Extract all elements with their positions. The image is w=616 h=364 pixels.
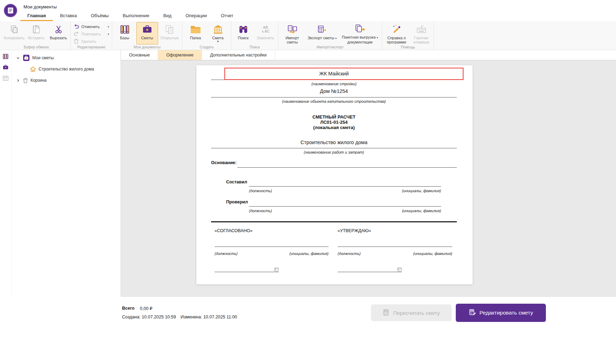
tab-oformlenie[interactable]: Оформление bbox=[158, 50, 202, 60]
redo-button[interactable]: Повторить ▾ bbox=[72, 31, 110, 37]
tree-item-construction[interactable]: Строительство жилого дома bbox=[12, 63, 121, 75]
copy-icon bbox=[9, 23, 19, 35]
briefcase-icon bbox=[2, 64, 9, 70]
calendar-icon[interactable] bbox=[397, 267, 402, 272]
trash-icon bbox=[23, 77, 28, 83]
agreed-label: «СОГЛАСОВАНО» bbox=[215, 228, 252, 233]
position-caption: (должность) bbox=[338, 251, 361, 256]
composed-field-line[interactable] bbox=[249, 186, 441, 187]
tree-item-label: Корзина bbox=[31, 78, 47, 83]
object-name-field[interactable]: Дом №1254 bbox=[211, 88, 457, 94]
caret-down-icon[interactable]: ▾ bbox=[377, 36, 378, 39]
help-about-button[interactable]: Справка о программе bbox=[384, 22, 409, 45]
group-import-export: Импорт сметы Экспорт сметы▾ Пакетная выг… bbox=[278, 21, 382, 50]
estimates-button[interactable]: Сметы bbox=[136, 22, 158, 45]
group-label-clipboard: Буфер обмена bbox=[2, 45, 70, 49]
export-icon bbox=[317, 23, 327, 35]
caret-down-icon[interactable]: ▾ bbox=[335, 37, 337, 40]
tab-operacii[interactable]: Операции bbox=[178, 11, 214, 21]
tab-osnovnye[interactable]: Основные bbox=[121, 50, 158, 60]
edit-calculator-icon bbox=[469, 309, 476, 317]
redo-icon bbox=[74, 31, 79, 37]
document-tab-strip: Основные Оформление Дополнительные настр… bbox=[121, 50, 616, 60]
bases-books-icon bbox=[120, 23, 130, 35]
keyboard-icon bbox=[416, 23, 427, 35]
opened-button[interactable]: Открытые bbox=[159, 22, 181, 45]
created-timestamp: Создана: 10.07.2025 10:59 bbox=[122, 315, 176, 319]
checked-label: Проверил bbox=[226, 200, 248, 204]
create-folder-button[interactable]: Папка bbox=[185, 22, 207, 45]
group-label-editing: Редактирование bbox=[71, 45, 112, 49]
construction-caption: (наименование стройки) bbox=[211, 82, 457, 86]
title-line-3: (локальная смета) bbox=[211, 125, 457, 130]
group-help: Справка о программе Горячие клавиши Помо… bbox=[382, 21, 434, 50]
group-label-help: Помощь bbox=[382, 45, 434, 49]
approved-date-line[interactable] bbox=[338, 272, 402, 272]
basis-field-line[interactable] bbox=[237, 167, 457, 168]
chevron-down-icon[interactable] bbox=[15, 56, 20, 60]
briefcase-tile-icon bbox=[23, 54, 30, 61]
rail-estimates-button[interactable] bbox=[1, 63, 10, 72]
tab-obyomy[interactable]: Объёмы bbox=[84, 11, 116, 21]
folder-icon bbox=[190, 23, 201, 35]
edit-estimate-button[interactable]: Редактировать смету bbox=[456, 304, 546, 322]
agreed-date-line[interactable] bbox=[215, 272, 279, 272]
tree-item-label: Мои сметы bbox=[32, 55, 54, 60]
trash-icon bbox=[74, 38, 79, 45]
total-label: Всего bbox=[122, 306, 135, 311]
calculator-icon bbox=[383, 309, 390, 317]
export-estimate-button[interactable]: Экспорт сметы▾ bbox=[305, 22, 339, 45]
caret-down-icon[interactable]: ▾ bbox=[108, 25, 109, 28]
position-caption: (должность) bbox=[249, 189, 272, 193]
tab-dop-nastroyki[interactable]: Дополнительные настройки bbox=[202, 50, 275, 60]
group-label-my-documents: Мои документы bbox=[112, 45, 182, 49]
approved-signature-line[interactable] bbox=[338, 247, 452, 247]
search-button[interactable]: Поиск bbox=[233, 22, 254, 45]
cut-button[interactable]: Вырезать bbox=[48, 22, 69, 45]
tab-vypolnenie[interactable]: Выполнение bbox=[116, 11, 156, 21]
document-canvas: ЖК Майский (наименование стройки) Дом №1… bbox=[121, 60, 616, 296]
initials-caption: (инициалы, фамилия) bbox=[402, 209, 441, 213]
copy-button[interactable]: Копировать bbox=[4, 22, 25, 45]
status-divider bbox=[121, 296, 616, 297]
rail-bases-button[interactable] bbox=[1, 52, 10, 61]
group-editing: Отменить ▾ Повторить ▾ Удалить Редактиро… bbox=[71, 21, 112, 50]
delete-button[interactable]: Удалить bbox=[72, 38, 110, 45]
import-estimate-button[interactable]: Импорт сметы bbox=[280, 22, 305, 45]
tree-item-trash[interactable]: Корзина bbox=[12, 75, 121, 86]
table-icon bbox=[2, 75, 9, 81]
modified-timestamp: Изменена: 10.07.2025 11:00 bbox=[181, 315, 237, 319]
paste-button[interactable]: Вставить bbox=[26, 22, 47, 45]
replace-button[interactable]: AB↳AC Заменить bbox=[255, 22, 277, 45]
agreed-signature-line[interactable] bbox=[215, 247, 329, 247]
chevron-right-icon[interactable] bbox=[15, 79, 20, 82]
tree-item-my-estimates[interactable]: Мои сметы bbox=[12, 52, 121, 63]
calendar-icon[interactable] bbox=[274, 267, 279, 272]
group-clipboard: Копировать Вставить Вырезать Буфер обмен… bbox=[2, 21, 71, 50]
batch-export-button[interactable]: Пакетная выгрузка▾документации bbox=[339, 22, 380, 45]
caret-down-icon[interactable]: ▾ bbox=[217, 40, 219, 43]
ribbon-toolbar: Копировать Вставить Вырезать Буфер обмен… bbox=[0, 21, 616, 50]
undo-button[interactable]: Отменить ▾ bbox=[72, 23, 110, 30]
tab-otchet[interactable]: Отчет bbox=[214, 11, 241, 21]
estimate-title-page: ЖК Майский (наименование стройки) Дом №1… bbox=[196, 65, 473, 284]
tab-glavnaya[interactable]: Главная bbox=[20, 11, 53, 21]
work-name-field[interactable]: Строительство жилого дома bbox=[211, 140, 457, 145]
batch-export-icon bbox=[355, 23, 365, 35]
window-title: Мои документы bbox=[23, 4, 57, 9]
total-value: 0,00 ₽ bbox=[140, 306, 153, 311]
initials-caption: (инициалы, фамилия) bbox=[402, 189, 441, 193]
bases-button[interactable]: Базы bbox=[114, 22, 136, 45]
recalculate-estimate-button[interactable]: Пересчитать смету bbox=[371, 304, 452, 321]
rail-tables-button[interactable] bbox=[1, 74, 10, 83]
tree-item-label: Строительство жилого дома bbox=[39, 67, 94, 72]
left-icon-rail bbox=[0, 50, 12, 296]
ribbon-tab-strip: Главная Вставка Объёмы Выполнение Вид Оп… bbox=[20, 11, 241, 21]
tab-vid[interactable]: Вид bbox=[156, 11, 179, 21]
replace-icon: AB↳AC bbox=[262, 26, 270, 33]
checked-field-line[interactable] bbox=[249, 206, 441, 207]
caret-down-icon[interactable]: ▾ bbox=[108, 33, 109, 36]
create-estimate-button[interactable]: Смета ▾ bbox=[207, 22, 229, 45]
hotkeys-button[interactable]: Горячие клавиши bbox=[410, 22, 432, 45]
tab-vstavka[interactable]: Вставка bbox=[53, 11, 84, 21]
